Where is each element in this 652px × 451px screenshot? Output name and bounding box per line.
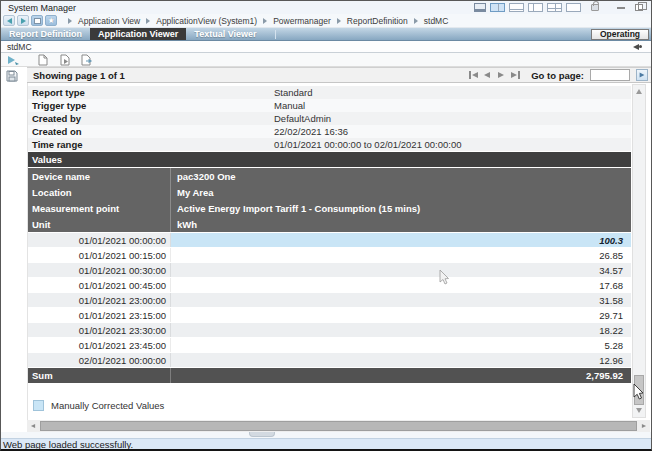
breadcrumb-separator-icon: [414, 18, 418, 24]
layout-bottom-pane-icon[interactable]: [509, 3, 524, 12]
layout-single-pane-icon[interactable]: [566, 3, 581, 12]
vertical-scrollbar[interactable]: [632, 84, 646, 418]
breadcrumb-item[interactable]: Application View: [75, 16, 143, 26]
document-play-icon[interactable]: [58, 54, 72, 66]
legend-label: Manually Corrected Values: [51, 400, 164, 411]
value-cell[interactable]: 12.96: [171, 353, 631, 367]
splitter-handle[interactable]: [249, 432, 275, 437]
showing-page-text: Showing page 1 of 1: [27, 70, 125, 81]
history-button[interactable]: [31, 15, 43, 26]
restore-icon[interactable]: [635, 4, 643, 11]
vertical-scrollbar-thumb[interactable]: [634, 375, 644, 405]
scroll-up-button[interactable]: [633, 85, 645, 98]
value-cell[interactable]: 29.71: [171, 308, 631, 322]
detail-value: Standard: [274, 87, 313, 98]
first-page-icon: [472, 72, 478, 78]
layout-left-pane-icon[interactable]: [528, 3, 543, 12]
viewer-toolbar: [1, 53, 651, 67]
document-tab-stdmc[interactable]: stdMC: [1, 42, 32, 52]
device-info-row: Device name pac3200 One: [28, 168, 631, 184]
save-icon: [6, 70, 18, 82]
view-tab[interactable]: Application Viewer: [90, 28, 186, 40]
value-row: 01/01/2021 23:00:00 31.58: [28, 293, 631, 308]
detail-label: Created on: [28, 126, 274, 137]
scroll-up-icon: [636, 89, 642, 94]
back-arrow-icon: [7, 18, 12, 24]
timestamp-cell: 01/01/2021 00:45:00: [28, 278, 171, 292]
scroll-down-button[interactable]: [633, 404, 645, 417]
detail-label: Report type: [28, 87, 274, 98]
value-cell[interactable]: 34.57: [171, 263, 631, 277]
value-cell[interactable]: 26.85: [171, 248, 631, 262]
timestamp-cell: 01/01/2021 23:15:00: [28, 308, 171, 322]
minimize-icon[interactable]: [617, 7, 625, 9]
go-button[interactable]: [636, 69, 648, 81]
detail-label: Time range: [28, 139, 274, 150]
value-row: 01/01/2021 23:15:00 29.71: [28, 308, 631, 323]
pager-header: Showing page 1 of 1 Go to page:: [27, 67, 651, 83]
device-info-value: Active Energy Import Tariff 1 - Consumpt…: [171, 203, 420, 214]
value-cell[interactable]: 31.58: [171, 293, 631, 307]
device-info-label: Unit: [28, 216, 171, 232]
view-tab[interactable]: Textual Viewer: [186, 28, 264, 40]
lock-icon[interactable]: [591, 4, 599, 11]
next-page-button[interactable]: [495, 69, 507, 81]
previous-page-icon: [484, 72, 490, 78]
sum-row: Sum 2,795.92: [28, 368, 631, 383]
favorites-button[interactable]: ★: [45, 15, 57, 26]
monitor-icon[interactable]: [474, 3, 486, 12]
sum-value: 2,795.92: [171, 368, 631, 383]
breadcrumb-separator-icon: [68, 18, 72, 24]
value-cell[interactable]: 17.68: [171, 278, 631, 292]
goto-page-label: Go to page:: [531, 70, 584, 81]
title-bar: System Manager: [1, 1, 651, 14]
value-cell[interactable]: 18.22: [171, 323, 631, 337]
forward-button[interactable]: [17, 15, 29, 26]
timestamp-cell: 01/01/2021 23:30:00: [28, 323, 171, 337]
device-info-row: Unit kWh: [28, 216, 631, 232]
report-details: Report type Standard Trigger type Manual…: [28, 86, 631, 151]
horizontal-scrollbar[interactable]: [27, 420, 650, 432]
previous-page-button[interactable]: [481, 69, 493, 81]
legend: Manually Corrected Values: [28, 400, 631, 411]
detail-value: Manual: [274, 100, 305, 111]
layout-two-columns-icon[interactable]: [490, 3, 505, 12]
expand-arrow-icon[interactable]: [6, 55, 20, 65]
document-icon[interactable]: [36, 54, 50, 66]
view-tab[interactable]: Report Definition: [1, 28, 90, 40]
report-detail-row: Report type Standard: [28, 86, 631, 99]
timestamp-cell: 01/01/2021 00:30:00: [28, 263, 171, 277]
timestamp-cell: 01/01/2021 00:00:00: [28, 233, 171, 247]
value-row: 01/01/2021 00:00:00 100.3: [28, 233, 631, 248]
operating-mode-badge: Operating: [591, 29, 649, 40]
horizontal-scrollbar-thumb[interactable]: [40, 421, 637, 431]
dock-arrow-icon[interactable]: [633, 44, 639, 50]
breadcrumb-item[interactable]: Powermanager: [270, 16, 334, 26]
last-page-button[interactable]: [509, 69, 521, 81]
pager-controls: Go to page:: [467, 69, 651, 81]
breadcrumb-item[interactable]: ApplicationView (System1): [153, 16, 260, 26]
status-bar: Web page loaded successfully.: [1, 438, 651, 450]
view-tabs: Report Definition Application Viewer Tex…: [1, 28, 265, 40]
document-export-icon[interactable]: [80, 54, 94, 66]
device-info-row: Location My Area: [28, 184, 631, 200]
save-button[interactable]: [6, 68, 18, 86]
scroll-left-button[interactable]: [27, 420, 39, 432]
breadcrumb-item[interactable]: ReportDefinition: [344, 16, 411, 26]
value-cell[interactable]: 100.3: [171, 233, 631, 247]
window-title: System Manager: [1, 3, 76, 13]
layout-four-pane-icon[interactable]: [547, 3, 562, 12]
breadcrumb-item[interactable]: stdMC: [421, 16, 452, 26]
system-manager-window: System Manager ★ Application View Applic: [0, 0, 652, 451]
scroll-right-icon: [642, 424, 646, 428]
star-icon: ★: [47, 17, 54, 25]
value-row: 01/01/2021 00:45:00 17.68: [28, 278, 631, 293]
back-button[interactable]: [3, 15, 15, 26]
scroll-right-button[interactable]: [638, 420, 650, 432]
device-info-value: kWh: [171, 219, 197, 230]
value-cell[interactable]: 5.28: [171, 338, 631, 352]
first-page-button[interactable]: [467, 69, 479, 81]
goto-page-input[interactable]: [590, 69, 630, 81]
history-icon: [34, 18, 41, 24]
breadcrumb-separator-icon: [146, 18, 150, 24]
